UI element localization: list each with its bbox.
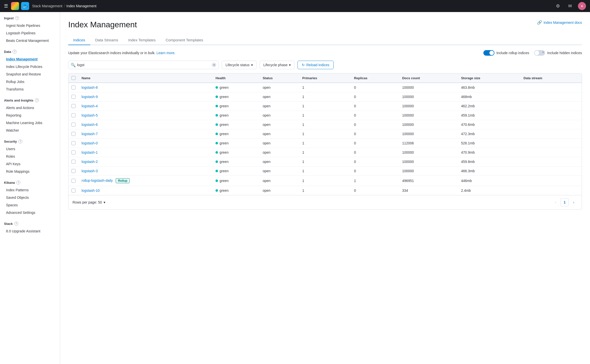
index-link-6[interactable]: logstash-0 — [82, 141, 98, 145]
sidebar-item-transforms[interactable]: Transforms — [4, 86, 56, 93]
row-checkbox-4[interactable] — [71, 123, 76, 127]
cell-status-7: open — [260, 148, 299, 157]
index-link-7[interactable]: logstash-1 — [82, 150, 98, 154]
cell-status-4: open — [260, 120, 299, 129]
ingest-help-icon[interactable]: ? — [15, 16, 19, 20]
cell-docs-count-6: 112006 — [399, 139, 458, 148]
rows-per-page[interactable]: Rows per page: 50 ▾ — [72, 200, 105, 204]
health-text-4: green — [219, 123, 229, 127]
cell-health-10: green — [212, 176, 260, 186]
cell-primaries-7: 1 — [299, 148, 351, 157]
cell-name-7: logstash-1 — [79, 148, 212, 157]
sidebar-item-users[interactable]: Users — [4, 145, 56, 152]
index-link-8[interactable]: logstash-2 — [82, 160, 98, 164]
topnav-icons: ⚙ ✉ e — [554, 2, 586, 10]
row-checkbox-3[interactable] — [71, 113, 76, 117]
row-checkbox-7[interactable] — [71, 150, 76, 154]
toggle-rollup[interactable] — [483, 50, 494, 56]
cell-data-stream-1 — [521, 92, 582, 102]
tab-data-streams[interactable]: Data Streams — [90, 35, 123, 45]
health-dot-1 — [215, 96, 218, 98]
search-input[interactable] — [68, 61, 219, 69]
page-title: Index Management — [68, 20, 137, 29]
docs-link[interactable]: 🔗 Index Management docs — [537, 20, 582, 25]
sidebar-item-upgrade-assistant[interactable]: 8.0 Upgrade Assistant — [4, 228, 56, 235]
alerts-help-icon[interactable]: ? — [35, 98, 39, 102]
row-checkbox-11[interactable] — [71, 189, 76, 193]
prev-page-button[interactable]: ‹ — [552, 198, 560, 206]
index-link-0[interactable]: logstash-8 — [82, 85, 98, 89]
cell-primaries-5: 1 — [299, 129, 351, 139]
mail-icon[interactable]: ✉ — [566, 2, 574, 10]
select-all-checkbox[interactable] — [71, 76, 76, 80]
stack-help-icon[interactable]: ? — [14, 222, 18, 226]
learn-more-link[interactable]: Learn more. — [157, 51, 175, 55]
sidebar-section-ingest: Ingest ? Ingest Node Pipelines Logstash … — [0, 12, 60, 46]
tab-index-templates[interactable]: Index Templates — [123, 35, 161, 45]
sidebar-item-logstash-pipelines[interactable]: Logstash Pipelines — [4, 30, 56, 37]
toggle-rollup-knob — [489, 51, 494, 55]
sidebar-item-saved-objects[interactable]: Saved Objects — [4, 194, 56, 201]
row-checkbox-5[interactable] — [71, 132, 76, 136]
data-help-icon[interactable]: ? — [13, 50, 17, 54]
cell-status-3: open — [260, 111, 299, 120]
avatar[interactable]: e — [578, 2, 586, 10]
cell-data-stream-6 — [521, 139, 582, 148]
sidebar-item-machine-learning-jobs[interactable]: Machine Learning Jobs — [4, 119, 56, 126]
index-link-1[interactable]: logstash-9 — [82, 95, 98, 99]
kibana-help-icon[interactable]: ? — [16, 180, 20, 185]
search-clear-button[interactable]: ✕ — [212, 63, 216, 67]
tab-indices[interactable]: Indices — [68, 35, 90, 45]
pagination: ‹ 1 › — [552, 198, 578, 206]
index-link-5[interactable]: logstash-7 — [82, 132, 98, 136]
sidebar-item-advanced-settings[interactable]: Advanced Settings — [4, 209, 56, 216]
sidebar-item-index-patterns[interactable]: Index Patterns — [4, 187, 56, 194]
menu-icon[interactable]: ☰ — [4, 3, 8, 9]
settings-icon[interactable]: ⚙ — [554, 2, 562, 10]
sidebar-item-snapshot-and-restore[interactable]: Snapshot and Restore — [4, 71, 56, 78]
sidebar-section-title-stack: Stack ? — [4, 222, 56, 226]
sidebar-item-spaces[interactable]: Spaces — [4, 202, 56, 209]
index-link-4[interactable]: logstash-6 — [82, 123, 98, 127]
row-checkbox-10[interactable] — [71, 179, 76, 183]
sidebar-section-data: Data ? Index Management Index Lifecycle … — [0, 46, 60, 94]
info-text: Update your Elasticsearch indices indivi… — [68, 51, 175, 55]
index-link-2[interactable]: logstash-4 — [82, 104, 98, 108]
sidebar-item-reporting[interactable]: Reporting — [4, 112, 56, 119]
toggle-hidden[interactable] — [534, 50, 545, 56]
sidebar-item-api-keys[interactable]: API Keys — [4, 160, 56, 167]
row-checkbox-1[interactable] — [71, 95, 76, 99]
sidebar-item-ingest-node-pipelines[interactable]: Ingest Node Pipelines — [4, 22, 56, 29]
sidebar-item-role-mappings[interactable]: Role Mappings — [4, 168, 56, 175]
sidebar-item-rollup-jobs[interactable]: Rollup Jobs — [4, 78, 56, 85]
col-header-replicas: Replicas — [351, 73, 399, 83]
sidebar-item-roles[interactable]: Roles — [4, 153, 56, 160]
sidebar-item-beats-central-management[interactable]: Beats Central Management — [4, 37, 56, 44]
lifecycle-phase-filter[interactable]: Lifecycle phase ▾ — [260, 61, 295, 69]
security-help-icon[interactable]: ? — [18, 139, 22, 143]
index-link-10[interactable]: rollup-logstash-daily — [82, 178, 113, 183]
index-link-11[interactable]: logstash-10 — [82, 189, 100, 193]
sidebar-item-index-management[interactable]: Index Management — [4, 56, 56, 63]
next-page-button[interactable]: › — [570, 198, 578, 206]
sidebar-item-alerts-and-actions[interactable]: Alerts and Actions — [4, 104, 56, 111]
row-checkbox-0[interactable] — [71, 85, 76, 89]
index-link-9[interactable]: logstash-3 — [82, 169, 98, 173]
reload-indices-button[interactable]: ↻ Reload indices — [298, 61, 334, 69]
sidebar-item-watcher[interactable]: Watcher — [4, 127, 56, 134]
cell-name-2: logstash-4 — [79, 102, 212, 111]
health-dot-11 — [215, 189, 218, 192]
row-checkbox-2[interactable] — [71, 104, 76, 108]
index-link-3[interactable]: logstash-5 — [82, 113, 98, 117]
tab-component-templates[interactable]: Component Templates — [161, 35, 208, 45]
cell-docs-count-2: 100000 — [399, 102, 458, 111]
health-text-6: green — [219, 141, 229, 145]
row-checkbox-6[interactable] — [71, 141, 76, 145]
lifecycle-status-filter[interactable]: Lifecycle status ▾ — [222, 61, 257, 69]
breadcrumb-parent[interactable]: Stack Management — [32, 4, 62, 8]
sidebar-item-index-lifecycle-policies[interactable]: Index Lifecycle Policies — [4, 63, 56, 70]
row-checkbox-8[interactable] — [71, 160, 76, 164]
page-1-button[interactable]: 1 — [561, 198, 569, 206]
row-checkbox-9[interactable] — [71, 169, 76, 173]
col-header-storage-size: Storage size — [458, 73, 521, 83]
